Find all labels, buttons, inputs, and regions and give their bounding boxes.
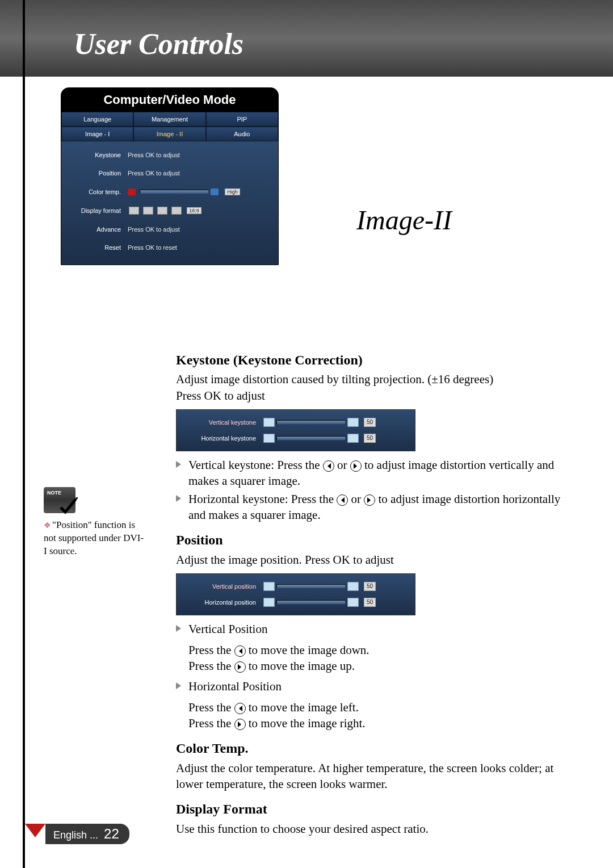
- right-arrow-icon: [350, 460, 362, 472]
- row-keystone[interactable]: Keystone Press OK to adjust: [67, 146, 272, 164]
- line-hpos-right: Press the to move the image right.: [188, 715, 568, 731]
- value-colortemp: High: [128, 188, 272, 195]
- displayformat-badge: 16:9: [187, 207, 201, 214]
- osd-main-panel: Computer/Video Mode Language Management …: [61, 87, 279, 265]
- label-advance: Advance: [67, 226, 128, 233]
- checkmark-icon: [58, 497, 78, 517]
- t-hr1: Press the: [188, 716, 234, 730]
- position-desc: Adjust the image position. Press OK to a…: [176, 552, 568, 568]
- text-vk-1: Vertical keystone: Press the: [188, 458, 323, 472]
- hkeystone-slider[interactable]: [276, 436, 346, 441]
- row-horizontal-keystone[interactable]: Horizontal keystone 50: [182, 430, 409, 446]
- footer-language: English ...: [53, 829, 98, 841]
- tab-pip[interactable]: PIP: [206, 112, 278, 127]
- text-hk-1: Horizontal keystone: Press the: [188, 492, 337, 506]
- vpos-icon-right: [347, 582, 359, 591]
- value-keystone: Press OK to adjust: [128, 152, 272, 158]
- page-footer: English ... 22: [25, 824, 129, 844]
- hpos-slider[interactable]: [276, 600, 346, 605]
- label-keystone: Keystone: [67, 152, 128, 158]
- bullet-vertical-position: Vertical Position: [176, 621, 568, 637]
- aspect-icon-3[interactable]: [157, 207, 167, 215]
- right-arrow-icon: [364, 494, 375, 506]
- value-reset: Press OK to reset: [128, 244, 272, 251]
- hpos-lines: Press the to move the image left. Press …: [176, 699, 568, 732]
- cool-icon: [211, 188, 219, 195]
- manual-page: User Controls Computer/Video Mode Langua…: [0, 0, 613, 868]
- left-arrow-icon: [234, 703, 246, 714]
- left-arrow-icon: [337, 494, 348, 506]
- text-vk-2: or: [337, 458, 350, 472]
- warm-icon: [128, 188, 136, 195]
- position-subpanel: Vertical position 50 Horizontal position…: [176, 573, 415, 615]
- bullet-icon: [176, 495, 181, 502]
- value-advance: Press OK to adjust: [128, 226, 272, 233]
- vpos-value: 50: [364, 582, 376, 591]
- row-position[interactable]: Position Press OK to adjust: [67, 164, 272, 182]
- label-vposition: Vertical position: [182, 582, 262, 591]
- label-hkeystone: Horizontal keystone: [182, 434, 262, 443]
- tab-image-1[interactable]: Image - I: [61, 127, 133, 141]
- note-icon: NOTE: [44, 487, 75, 513]
- value-displayformat: 16:9: [128, 207, 272, 215]
- tab-audio[interactable]: Audio: [206, 127, 278, 141]
- aspect-icon-2[interactable]: [143, 207, 153, 215]
- colortemp-slider[interactable]: [140, 190, 209, 194]
- vkeystone-icon-left: [263, 418, 275, 427]
- hpos-icon-left: [263, 598, 275, 607]
- tab-management[interactable]: Management: [133, 112, 205, 127]
- keystone-desc1: Adjust image distortion caused by tiltin…: [176, 371, 568, 387]
- footer-page-number: 22: [104, 826, 119, 842]
- vpos-icon-left: [263, 582, 275, 591]
- label-displayformat: Display format: [67, 207, 128, 214]
- vpos-slider[interactable]: [276, 584, 346, 589]
- note-text: ❖"Position" function is not supported un…: [44, 519, 146, 558]
- heading-displayformat: Display Format: [176, 800, 568, 818]
- heading-colortemp: Color Temp.: [176, 739, 568, 757]
- vkeystone-value: 50: [364, 418, 376, 427]
- vkeystone-icon-right: [347, 418, 359, 427]
- label-colortemp: Color temp.: [67, 188, 128, 195]
- row-reset[interactable]: Reset Press OK to reset: [67, 238, 272, 257]
- page-header-title: User Controls: [74, 27, 243, 61]
- t-vd2: to move the image down.: [249, 643, 370, 657]
- vkeystone-slider[interactable]: [276, 420, 346, 425]
- right-arrow-icon: [234, 661, 246, 673]
- position-bullets-2: Horizontal Position: [176, 678, 568, 694]
- row-color-temp[interactable]: Color temp. High: [67, 182, 272, 201]
- heading-keystone: Keystone (Keystone Correction): [176, 351, 568, 369]
- row-display-format[interactable]: Display format 16:9: [67, 201, 272, 220]
- bullet-vertical-keystone: Vertical keystone: Press the or to adjus…: [176, 457, 568, 489]
- t-vu1: Press the: [188, 659, 234, 673]
- footer-pill: English ... 22: [45, 824, 129, 844]
- line-hpos-left: Press the to move the image left.: [188, 699, 568, 715]
- tab-image-2[interactable]: Image - II: [133, 127, 205, 141]
- osd-menu-body: Keystone Press OK to adjust Position Pre…: [61, 141, 278, 265]
- osd-tabs: Language Management PIP Image - I Image …: [61, 112, 278, 141]
- diamond-icon: ❖: [44, 521, 51, 530]
- label-position: Position: [67, 170, 128, 177]
- hpos-value: 50: [364, 598, 376, 607]
- line-vpos-up: Press the to move the image up.: [188, 658, 568, 674]
- aspect-icon-4[interactable]: [171, 207, 182, 215]
- tab-language[interactable]: Language: [61, 112, 133, 127]
- side-rule: [23, 0, 25, 868]
- row-vertical-keystone[interactable]: Vertical keystone 50: [182, 414, 409, 430]
- section-title: Image-II: [356, 204, 452, 236]
- label-vkeystone: Vertical keystone: [182, 418, 262, 427]
- footer-arrow-icon: [25, 824, 45, 837]
- bullet-icon: [176, 682, 181, 689]
- osd-title: Computer/Video Mode: [61, 88, 278, 112]
- t-vu2: to move the image up.: [249, 659, 355, 673]
- hpos-icon-right: [347, 598, 359, 607]
- label-reset: Reset: [67, 244, 128, 251]
- row-horizontal-position[interactable]: Horizontal position 50: [182, 594, 409, 610]
- vpos-lines: Press the to move the image down. Press …: [176, 642, 568, 674]
- label-hposition: Horizontal position: [182, 598, 262, 607]
- hkeystone-icon-left: [263, 434, 275, 443]
- row-vertical-position[interactable]: Vertical position 50: [182, 578, 409, 594]
- row-advance[interactable]: Advance Press OK to adjust: [67, 220, 272, 238]
- heading-position: Position: [176, 531, 568, 549]
- aspect-icon-1[interactable]: [129, 207, 139, 215]
- keystone-desc2: Press OK to adjust: [176, 388, 568, 404]
